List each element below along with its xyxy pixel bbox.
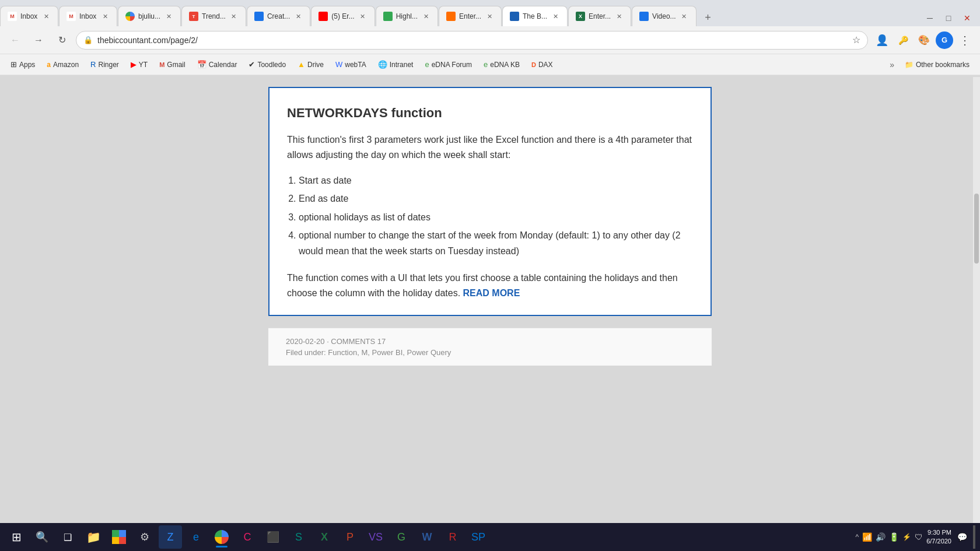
bookmark-drive[interactable]: ▲ Drive (293, 59, 328, 70)
power-icon[interactable]: ⚡ (902, 533, 911, 541)
shield-icon[interactable]: 🛡 (915, 532, 923, 542)
new-tab-button[interactable]: + (699, 9, 717, 26)
bookmark-yt[interactable]: ▶ YT (126, 59, 152, 70)
tab-11[interactable]: Video... ✕ (632, 6, 696, 26)
taskbar-task-view[interactable]: ❑ (56, 525, 79, 549)
bookmarks-overflow-chevron[interactable]: » (887, 59, 897, 71)
tab-2[interactable]: M Inbox ✕ (59, 6, 117, 26)
taskbar-softmaker[interactable]: S (287, 525, 310, 549)
taskbar-vs[interactable]: VS (364, 525, 387, 549)
tab-5[interactable]: Creat... ✕ (247, 6, 310, 26)
taskbar-settings[interactable]: ⚙ (133, 525, 156, 549)
reload-button[interactable]: ↻ (52, 31, 71, 50)
taskbar-green-app[interactable]: G (390, 525, 413, 549)
taskbar-excel[interactable]: X (313, 525, 336, 549)
taskbar-powerpoint[interactable]: P (338, 525, 362, 549)
taskbar-word[interactable]: W (415, 525, 439, 549)
tab-7-label: Highl... (396, 12, 418, 20)
bookmark-gmail[interactable]: M Gmail (155, 59, 190, 70)
secure-icon: 🔒 (83, 36, 93, 44)
tab-7[interactable]: Highl... ✕ (376, 6, 438, 26)
tab-9-close[interactable]: ✕ (551, 12, 560, 21)
tab-6-close[interactable]: ✕ (358, 12, 368, 21)
tag-powerquery[interactable]: Power Query (407, 348, 452, 357)
tab-1[interactable]: M Inbox ✕ (0, 6, 58, 26)
taskbar-clock[interactable]: 9:30 PM 6/7/2020 (926, 528, 951, 546)
tab-2-close[interactable]: ✕ (100, 12, 110, 21)
tab-7-close[interactable]: ✕ (421, 12, 430, 21)
notification-icon[interactable]: 💬 (957, 532, 967, 542)
tab-1-close[interactable]: ✕ (41, 12, 51, 21)
forward-button[interactable]: → (29, 31, 48, 50)
network-icon[interactable]: 📶 (862, 532, 872, 542)
bookmark-edna-forum[interactable]: e eDNA Forum (420, 59, 477, 70)
battery-icon[interactable]: 🔋 (889, 532, 899, 542)
profile-button[interactable]: G (936, 31, 953, 49)
taskbar-edge-legacy[interactable]: e (184, 525, 208, 549)
maximize-button[interactable]: □ (940, 10, 957, 26)
taskbar-powerbi[interactable]: ⬛ (261, 525, 285, 549)
taskbar-search-button[interactable]: 🔍 (30, 525, 54, 549)
bookmark-calendar-label: Calendar (209, 61, 237, 69)
more-options-button[interactable]: ⋮ (956, 31, 974, 50)
tab-10[interactable]: X Enter... ✕ (568, 6, 631, 26)
bookmark-edna-kb[interactable]: e eDNA KB (479, 59, 524, 70)
close-button[interactable]: ✕ (959, 10, 975, 26)
bitwarden-icon[interactable]: 🔑 (894, 31, 912, 50)
taskbar-codeware[interactable]: C (236, 525, 259, 549)
tab-3[interactable]: bjuliu... ✕ (118, 6, 181, 26)
tab-bar-end: ─ □ ✕ (717, 10, 980, 26)
tag-powerbi[interactable]: Power BI (372, 348, 403, 357)
chrome-icon (112, 530, 126, 544)
taskbar-sharepoint[interactable]: SP (467, 525, 490, 549)
taskbar-chrome[interactable] (107, 525, 131, 549)
bookmark-star-icon[interactable]: ☆ (852, 34, 860, 45)
scrollbar[interactable] (973, 77, 980, 523)
chevron-up-icon[interactable]: ^ (856, 533, 859, 541)
taskbar-start-button[interactable]: ⊞ (5, 525, 28, 549)
list-item-1: Start as date (299, 173, 693, 188)
show-desktop-button[interactable] (973, 525, 975, 549)
tag-m[interactable]: M (361, 348, 368, 357)
tab-8[interactable]: Enter... ✕ (439, 6, 502, 26)
bookmark-apps[interactable]: ⊞ Apps (6, 59, 40, 70)
tab-6-label: (5) Er... (331, 12, 354, 20)
scrollbar-thumb[interactable] (974, 194, 979, 264)
tab-3-close[interactable]: ✕ (164, 12, 173, 21)
tab-7-favicon (383, 12, 393, 21)
taskbar-zoom[interactable]: Z (159, 525, 182, 549)
post-date: 2020-02-20 (286, 337, 325, 346)
bookmark-toodledo[interactable]: ✔ Toodledo (244, 59, 290, 70)
article-list: Start as date End as date optional holid… (299, 173, 693, 259)
tab-6[interactable]: (5) Er... ✕ (311, 6, 374, 26)
address-bar[interactable]: 🔒 thebiccountant.com/page/2/ ☆ (76, 31, 868, 50)
taskbar-file-explorer[interactable]: 📁 (82, 525, 105, 549)
tab-4-close[interactable]: ✕ (229, 12, 239, 21)
bookmark-amazon[interactable]: a Amazon (42, 59, 83, 70)
tag-function[interactable]: Function (328, 348, 357, 357)
back-button[interactable]: ← (6, 31, 24, 50)
tab-11-close[interactable]: ✕ (680, 12, 689, 21)
calendar-icon: 📅 (197, 60, 206, 69)
other-bookmarks-button[interactable]: 📁 Other bookmarks (900, 59, 974, 70)
bookmark-calendar[interactable]: 📅 Calendar (192, 59, 242, 70)
tab-10-close[interactable]: ✕ (614, 12, 624, 21)
bookmark-webta[interactable]: W webTA (331, 59, 371, 70)
taskbar-red-app[interactable]: R (441, 525, 464, 549)
minimize-button[interactable]: ─ (922, 10, 938, 26)
bookmark-yt-label: YT (139, 61, 148, 69)
sound-icon[interactable]: 🔊 (876, 532, 886, 542)
read-more-link[interactable]: READ MORE (463, 288, 520, 298)
tab-4[interactable]: T Trend... ✕ (181, 6, 246, 26)
tab-8-close[interactable]: ✕ (485, 12, 494, 21)
bookmark-intranet[interactable]: 🌐 Intranet (373, 59, 418, 70)
tab-5-close[interactable]: ✕ (293, 12, 303, 21)
taskbar: ⊞ 🔍 ❑ 📁 ⚙ Z e C ⬛ S X P VS G W R SP ^ 📶 … (0, 523, 980, 551)
extension-icon-3[interactable]: 🎨 (915, 31, 933, 50)
tab-9[interactable]: The B... ✕ (502, 6, 568, 26)
taskbar-chrome-active[interactable] (210, 525, 233, 549)
list-item-4: optional number to change the start of t… (299, 227, 693, 259)
bookmark-dax[interactable]: D DAX (527, 59, 558, 70)
extension-icon-1[interactable]: 👤 (873, 31, 891, 50)
bookmark-ringer[interactable]: R Ringer (86, 59, 124, 70)
